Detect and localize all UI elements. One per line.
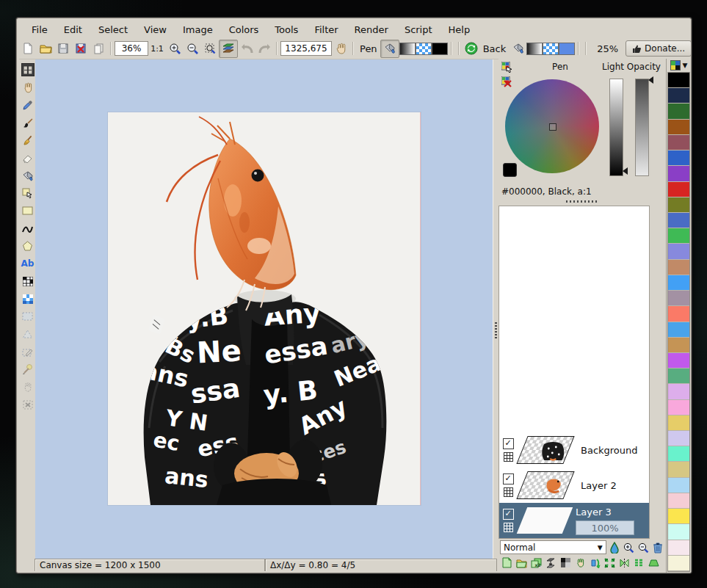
copy-button[interactable] [90, 40, 107, 57]
center-layer-button[interactable] [617, 556, 631, 569]
zoom-100-button[interactable]: 1:1 [148, 40, 166, 57]
pen-pattern-swatch[interactable] [416, 43, 432, 55]
menu-item-image[interactable]: Image [175, 22, 221, 37]
rotate-layer-button[interactable] [588, 556, 601, 569]
layer-grid-icon[interactable] [504, 487, 513, 497]
back-solid-mode-button[interactable] [509, 40, 526, 57]
layer-thumbnail[interactable] [516, 436, 574, 464]
layer-color-button[interactable] [608, 541, 621, 553]
palette-swatch[interactable] [668, 228, 689, 244]
palette-swatch[interactable] [668, 306, 689, 322]
edit-selection-tool[interactable] [21, 345, 35, 358]
shuffle-tool[interactable] [21, 134, 35, 147]
pan-tool[interactable] [21, 81, 35, 94]
palette-swatch[interactable] [668, 150, 689, 166]
palette-swatch[interactable] [668, 524, 689, 540]
layer-visible-checkbox[interactable]: ✓ [503, 473, 514, 484]
layer-thumbnail[interactable] [516, 471, 574, 499]
palette-swatch[interactable] [668, 446, 689, 462]
open-image-button[interactable] [37, 40, 54, 57]
back-color-swatch[interactable] [559, 43, 575, 55]
back-gradient-swatch[interactable] [526, 43, 543, 55]
canvas-viewport[interactable]: sscry.BAnyBsNeessaaryansNeassay. BY NAny… [35, 59, 493, 559]
text-tool[interactable]: Ab [21, 257, 35, 270]
menu-item-file[interactable]: File [23, 22, 56, 37]
layer-visible-checkbox[interactable]: ✓ [503, 438, 514, 449]
canvas-image[interactable]: sscry.BAnyBsNeessaaryansNeassay. BY NAny… [108, 112, 421, 505]
layer-opacity-field[interactable]: 100% [576, 520, 634, 535]
palette-swatch[interactable] [668, 556, 689, 571]
palette-swatch[interactable] [668, 478, 689, 493]
palette-swatch[interactable] [668, 260, 689, 275]
palette-swatch[interactable] [668, 73, 689, 88]
pen-gradient-swatch[interactable] [399, 43, 416, 55]
palette-swatch[interactable] [668, 400, 689, 415]
color-wheel[interactable] [505, 79, 599, 173]
menu-item-script[interactable]: Script [396, 22, 440, 37]
back-pattern-swatch[interactable] [543, 43, 559, 55]
opacity-slider[interactable] [635, 79, 649, 176]
eraser-tool[interactable] [21, 151, 35, 164]
palette-swatch[interactable] [668, 509, 689, 524]
undo-button[interactable] [238, 40, 255, 57]
palette-swatch[interactable] [668, 104, 689, 119]
layer-pattern-button[interactable] [559, 556, 572, 569]
clear-selection-tool[interactable] [21, 398, 35, 411]
flood-fill-tool[interactable] [21, 169, 35, 182]
fit-layer-button[interactable] [603, 556, 616, 569]
pen-solid-mode-button[interactable] [380, 40, 399, 58]
marquee-select-tool[interactable] [21, 310, 35, 323]
menu-item-view[interactable]: View [136, 22, 175, 37]
layer-row-background[interactable]: ✓ Background [499, 432, 649, 468]
layer-thumbnail[interactable] [517, 507, 573, 534]
set-colour-a-button[interactable] [501, 62, 512, 73]
palette-swatch[interactable] [668, 120, 689, 135]
load-layer-button[interactable] [515, 556, 528, 569]
color-picker-tool[interactable] [21, 98, 35, 112]
menu-item-help[interactable]: Help [440, 22, 479, 37]
palette-swatch[interactable] [668, 353, 689, 369]
unset-colour-button[interactable] [501, 76, 512, 87]
palette-swatch[interactable] [668, 384, 689, 399]
move-layer-button[interactable] [573, 556, 587, 569]
donate-button[interactable]: Donate... [626, 40, 692, 57]
layer-row-2[interactable]: ✓ Layer 2 [499, 468, 649, 503]
palette-swatch[interactable] [668, 462, 689, 477]
layer-grid-icon[interactable] [504, 452, 513, 462]
palette-menu-button[interactable]: ▼ [667, 59, 691, 72]
layer-row-3-selected[interactable]: ✓ Layer 3 100% [499, 503, 649, 538]
polygon-tool[interactable] [21, 239, 35, 253]
menu-item-tools[interactable]: Tools [267, 22, 306, 37]
palette-swatch[interactable] [668, 182, 689, 197]
palette-swatch[interactable] [668, 135, 689, 150]
palette-swatch[interactable] [668, 291, 689, 306]
lasso-tool[interactable] [21, 327, 35, 341]
paint-tool[interactable] [21, 116, 35, 129]
palette-swatch[interactable] [668, 275, 689, 291]
pan-window-button[interactable] [332, 40, 349, 57]
blend-mode-select[interactable]: Normal ▼ [500, 540, 606, 554]
dock-splitter-grip[interactable] [566, 200, 598, 203]
merge-layer-down-button[interactable] [544, 556, 557, 569]
palette-swatch[interactable] [668, 197, 689, 213]
curve-tool[interactable] [21, 222, 35, 235]
layers-window-toggle[interactable] [219, 40, 238, 58]
layer-grid-icon[interactable] [504, 523, 513, 532]
gradient-tool[interactable] [21, 292, 35, 305]
clone-brush-tool[interactable] [21, 363, 35, 376]
palette-swatch[interactable] [668, 88, 689, 104]
move-selection-tool[interactable] [21, 380, 35, 393]
palette-swatch[interactable] [668, 540, 689, 556]
menu-item-select[interactable]: Select [90, 22, 136, 37]
layer-zoom-in-button[interactable] [623, 541, 636, 553]
swap-colors-button[interactable] [463, 40, 480, 57]
dock-toggle-button[interactable] [21, 63, 35, 76]
current-color-swatch[interactable] [503, 163, 517, 177]
menu-item-render[interactable]: Render [347, 22, 396, 37]
palette-swatch[interactable] [668, 369, 689, 384]
menu-item-edit[interactable]: Edit [56, 22, 90, 37]
pen-color-swatch[interactable] [432, 43, 448, 55]
duplicate-layer-button[interactable]: x2 [529, 556, 543, 569]
palette-swatch[interactable] [668, 244, 689, 259]
lightness-slider[interactable] [609, 79, 623, 176]
